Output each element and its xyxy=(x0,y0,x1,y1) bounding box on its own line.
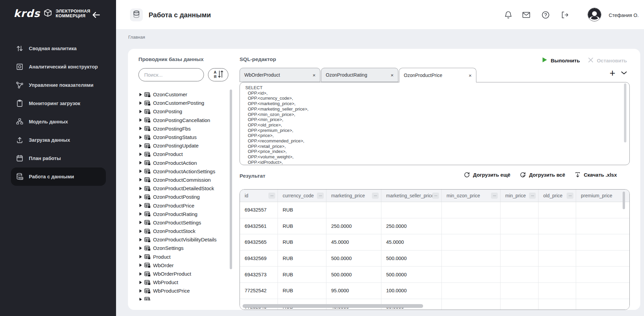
tree-item[interactable]: OzonCustomer xyxy=(137,90,230,99)
editor-scrollbar[interactable] xyxy=(624,83,626,142)
content-area: Главная Проводник базы данных А Я OzonCu… xyxy=(116,29,644,316)
download-xlsx-button[interactable]: Скачать .xlsx xyxy=(574,172,617,178)
column-menu-icon[interactable] xyxy=(268,193,275,199)
sidebar-item-4[interactable]: Мониторинг загрузок xyxy=(11,94,106,113)
expand-arrow-icon[interactable] xyxy=(139,298,142,300)
table-row[interactable]: 69432573RUB500.0000500.0000 xyxy=(240,266,629,283)
expand-arrow-icon[interactable] xyxy=(139,93,142,96)
tree-item[interactable]: OzonProductActionSettings xyxy=(137,167,230,176)
expand-arrow-icon[interactable] xyxy=(139,212,142,216)
expand-arrow-icon[interactable] xyxy=(139,238,142,241)
tree-item[interactable]: OzonProductPrice xyxy=(137,201,230,210)
sql-tab-1[interactable]: WbOrderProduct× xyxy=(240,68,320,82)
add-tab-button[interactable]: + xyxy=(607,68,618,79)
tree-item[interactable]: WbProductPrice xyxy=(137,287,230,295)
expand-arrow-icon[interactable] xyxy=(139,195,142,199)
tree-item[interactable]: OzonProductPosting xyxy=(137,193,230,201)
expand-arrow-icon[interactable] xyxy=(139,246,142,250)
expand-arrow-icon[interactable] xyxy=(139,161,142,164)
table-row[interactable]: 69432561RUB250.0000250.0000 xyxy=(240,218,629,235)
expand-arrow-icon[interactable] xyxy=(139,281,142,284)
expand-arrow-icon[interactable] xyxy=(139,187,142,190)
tree-item[interactable]: OzonPosting xyxy=(137,107,230,116)
column-menu-icon[interactable] xyxy=(567,193,573,199)
sidebar-item-3[interactable]: Управление показателями xyxy=(11,76,106,94)
tree-item[interactable]: OzonProductRating xyxy=(137,210,230,218)
table-vertical-scrollbar[interactable] xyxy=(623,192,625,209)
table-row[interactable]: 77252542RUB95.0000100.0000 xyxy=(240,283,629,299)
expand-arrow-icon[interactable] xyxy=(139,101,142,105)
expand-arrow-icon[interactable] xyxy=(139,170,142,173)
tree-item[interactable]: OzonPostingStatus xyxy=(137,133,230,141)
tree-item[interactable]: OzonProductVisibilityDetails xyxy=(137,235,230,244)
expand-arrow-icon[interactable] xyxy=(139,153,142,156)
column-menu-icon[interactable] xyxy=(529,193,536,199)
sidebar-item-5[interactable]: Модель данных xyxy=(11,113,106,131)
expand-arrow-icon[interactable] xyxy=(139,127,142,130)
expand-arrow-icon[interactable] xyxy=(139,255,142,258)
tree-item[interactable]: OzonSettings xyxy=(137,244,230,252)
load-more-button[interactable]: Догрузить ещё xyxy=(463,172,510,178)
stop-query-button[interactable]: Остановить xyxy=(588,57,627,64)
tree-item[interactable]: OzonProductSettings xyxy=(137,218,230,227)
collapse-sidebar-button[interactable] xyxy=(90,9,102,21)
logout-button[interactable] xyxy=(560,11,569,19)
tab-list-chevron-button[interactable] xyxy=(620,70,628,77)
tree-item[interactable]: OzonProductDetailedStock xyxy=(137,184,230,193)
expand-arrow-icon[interactable] xyxy=(139,221,142,224)
close-tab-icon[interactable]: × xyxy=(466,73,472,78)
expand-arrow-icon[interactable] xyxy=(139,263,142,267)
tree-item[interactable]: OzonProduct xyxy=(137,150,230,158)
avatar[interactable] xyxy=(588,8,601,21)
tree-item[interactable]: OzonProductCommission xyxy=(137,176,230,184)
close-tab-icon[interactable]: × xyxy=(388,72,394,78)
tree-item[interactable]: OzonCustomerPosting xyxy=(137,99,230,107)
column-menu-icon[interactable] xyxy=(432,193,439,199)
tree-item[interactable] xyxy=(137,295,230,301)
sql-tab-2[interactable]: OzonProductRating× xyxy=(321,68,398,82)
tree-item[interactable]: WbOrder xyxy=(137,261,230,270)
tree-item[interactable]: OzonPostingCancellation xyxy=(137,116,230,124)
column-menu-icon[interactable] xyxy=(491,193,498,199)
expand-arrow-icon[interactable] xyxy=(139,204,142,207)
tree-item[interactable]: OzonPostingFbs xyxy=(137,124,230,133)
tree-item[interactable]: Product xyxy=(137,253,230,261)
table-row[interactable]: 69432565RUB45.000045.0000 xyxy=(240,234,629,251)
breadcrumb[interactable]: Главная xyxy=(128,35,145,40)
tree-item[interactable]: WbOrderProduct xyxy=(137,270,230,278)
sql-tab-3[interactable]: OzonProductPrice× xyxy=(399,68,476,82)
load-all-button[interactable]: Догрузить всё xyxy=(519,172,565,178)
sql-code-editor[interactable]: SELECT OPP.<id>, OPP.<currency_code>, OP… xyxy=(240,82,630,165)
expand-arrow-icon[interactable] xyxy=(139,144,142,147)
run-query-button[interactable]: Выполнить xyxy=(542,57,580,64)
expand-arrow-icon[interactable] xyxy=(139,136,142,139)
help-button[interactable] xyxy=(541,11,550,19)
sidebar-item-6[interactable]: Загрузка данных xyxy=(11,131,106,149)
expand-arrow-icon[interactable] xyxy=(139,230,142,233)
column-menu-icon[interactable] xyxy=(372,193,379,199)
table-cell xyxy=(500,218,538,234)
sidebar-item-8[interactable]: SQLРабота с данными xyxy=(11,167,106,186)
expand-arrow-icon[interactable] xyxy=(139,178,142,181)
sort-alphabetical-button[interactable]: А Я xyxy=(208,68,228,81)
tree-item[interactable]: OzonProductAction xyxy=(137,159,230,167)
sidebar-item-7[interactable]: План работы xyxy=(11,149,106,167)
notifications-button[interactable] xyxy=(504,11,513,19)
expand-arrow-icon[interactable] xyxy=(139,272,142,276)
sidebar-item-2[interactable]: Аналитический конструктор xyxy=(11,58,106,76)
column-menu-icon[interactable] xyxy=(317,193,324,199)
messages-button[interactable] xyxy=(522,11,531,19)
table-row[interactable]: 69432569RUB500.0000500.0000 xyxy=(240,251,629,267)
tree-scrollbar[interactable] xyxy=(230,90,232,269)
table-row[interactable]: 69432557RUB xyxy=(240,202,629,218)
explorer-search-input[interactable] xyxy=(138,68,204,81)
close-tab-icon[interactable]: × xyxy=(310,72,316,78)
sidebar-item-1[interactable]: Сводная аналитика xyxy=(11,39,106,58)
expand-arrow-icon[interactable] xyxy=(139,110,142,113)
table-horizontal-scrollbar[interactable] xyxy=(243,304,423,308)
expand-arrow-icon[interactable] xyxy=(139,118,142,122)
expand-arrow-icon[interactable] xyxy=(139,289,142,293)
tree-item[interactable]: OzonProductStock xyxy=(137,227,230,235)
tree-item[interactable]: WbProduct xyxy=(137,278,230,287)
tree-item[interactable]: OzonPostingUpdate xyxy=(137,141,230,150)
